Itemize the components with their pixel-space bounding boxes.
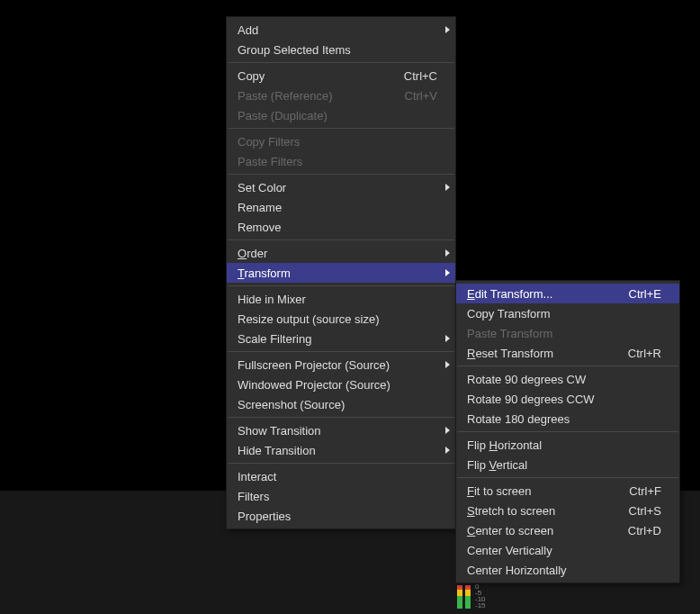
- menu-separator: [457, 366, 678, 366]
- menu-center-vertically[interactable]: Center Vertically: [456, 540, 679, 560]
- menu-group-selected[interactable]: Group Selected Items: [227, 40, 455, 59]
- submenu-arrow-icon: [445, 335, 450, 342]
- menu-screenshot-source[interactable]: Screenshot (Source): [227, 394, 455, 414]
- menu-copy[interactable]: CopyCtrl+C: [227, 66, 455, 86]
- menu-separator: [228, 417, 454, 418]
- menu-paste-filters: Paste Filters: [227, 151, 455, 171]
- menu-interact[interactable]: Interact: [227, 466, 455, 486]
- menu-separator: [457, 477, 678, 478]
- menu-copy-transform[interactable]: Copy Transform: [456, 303, 679, 323]
- menu-resize-output[interactable]: Resize output (source size): [227, 309, 455, 329]
- menu-separator: [457, 431, 678, 432]
- submenu-arrow-icon: [445, 361, 450, 368]
- menu-separator: [228, 239, 454, 240]
- menu-add[interactable]: Add: [227, 20, 455, 40]
- menu-fit-to-screen[interactable]: Fit to screenCtrl+F: [456, 481, 679, 501]
- audio-scale: 0 -5 -10 -15: [475, 583, 486, 609]
- menu-filters[interactable]: Filters: [227, 486, 455, 506]
- menu-paste-duplicate: Paste (Duplicate): [227, 105, 455, 125]
- menu-paste-transform: Paste Transform: [456, 323, 679, 343]
- submenu-arrow-icon: [445, 249, 450, 257]
- menu-separator: [228, 174, 454, 175]
- menu-show-transition[interactable]: Show Transition: [227, 420, 455, 440]
- submenu-arrow-icon: [445, 184, 450, 191]
- menu-hide-in-mixer[interactable]: Hide in Mixer: [227, 289, 455, 309]
- menu-stretch-to-screen[interactable]: Stretch to screenCtrl+S: [456, 501, 679, 520]
- menu-center-to-screen[interactable]: Center to screenCtrl+D: [456, 520, 679, 540]
- audio-bar-left: [457, 585, 462, 609]
- menu-properties[interactable]: Properties: [227, 506, 455, 526]
- menu-flip-horizontal[interactable]: Flip Horizontal: [456, 435, 679, 455]
- menu-remove[interactable]: Remove: [227, 217, 455, 237]
- menu-paste-reference: Paste (Reference)Ctrl+V: [227, 86, 455, 105]
- menu-rotate-180[interactable]: Rotate 180 degrees: [456, 409, 679, 429]
- menu-flip-vertical[interactable]: Flip Vertical: [456, 455, 679, 474]
- submenu-arrow-icon: [445, 427, 450, 434]
- menu-rotate-90-ccw[interactable]: Rotate 90 degrees CCW: [456, 389, 679, 409]
- menu-windowed-projector[interactable]: Windowed Projector (Source): [227, 375, 455, 394]
- menu-rename[interactable]: Rename: [227, 197, 455, 217]
- menu-transform[interactable]: Transform: [227, 263, 455, 283]
- submenu-arrow-icon: [445, 447, 450, 454]
- menu-separator: [228, 62, 454, 63]
- menu-center-horizontally[interactable]: Center Horizontally: [456, 560, 679, 580]
- menu-hide-transition[interactable]: Hide Transition: [227, 440, 455, 460]
- menu-separator: [228, 128, 454, 129]
- submenu-arrow-icon: [445, 26, 450, 33]
- menu-reset-transform[interactable]: Reset TransformCtrl+R: [456, 343, 679, 363]
- menu-edit-transform[interactable]: Edit Transform...Ctrl+E: [456, 284, 679, 303]
- menu-separator: [228, 351, 454, 352]
- audio-meter: 0 -5 -10 -15: [457, 585, 529, 614]
- menu-order[interactable]: Order: [227, 243, 455, 263]
- submenu-arrow-icon: [445, 269, 450, 276]
- menu-scale-filtering[interactable]: Scale Filtering: [227, 329, 455, 348]
- menu-separator: [228, 463, 454, 464]
- source-context-menu: Add Group Selected Items CopyCtrl+C Past…: [226, 16, 456, 529]
- menu-separator: [228, 285, 454, 286]
- menu-set-color[interactable]: Set Color: [227, 177, 455, 197]
- transform-submenu: Edit Transform...Ctrl+E Copy Transform P…: [455, 280, 680, 583]
- menu-fullscreen-projector[interactable]: Fullscreen Projector (Source): [227, 355, 455, 375]
- menu-copy-filters: Copy Filters: [227, 131, 455, 151]
- audio-bar-right: [465, 585, 471, 609]
- menu-rotate-90-cw[interactable]: Rotate 90 degrees CW: [456, 369, 679, 389]
